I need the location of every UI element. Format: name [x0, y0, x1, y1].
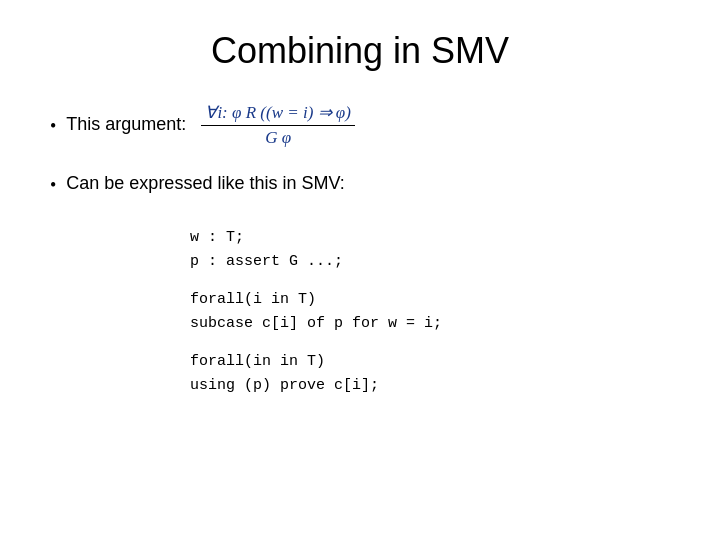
bullet-item-1: • This argument: ∀i: φ R ((w = i) ⇒ φ) G…: [50, 102, 670, 148]
fraction-denominator: G φ: [265, 126, 291, 148]
bullet-1-dot: •: [50, 116, 56, 137]
code-section-1: w : T; p : assert G ...;: [190, 226, 670, 274]
code-line-using: using (p) prove c[i];: [190, 374, 670, 398]
bullet-2-dot: •: [50, 175, 56, 196]
slide: Combining in SMV • This argument: ∀i: φ …: [0, 0, 720, 540]
code-line-p: p : assert G ...;: [190, 250, 670, 274]
code-section-3: forall(in in T) using (p) prove c[i];: [190, 350, 670, 398]
code-line-subcase: subcase c[i] of p for w = i;: [190, 312, 670, 336]
code-line-forall1: forall(i in T): [190, 288, 670, 312]
code-line-w: w : T;: [190, 226, 670, 250]
slide-title: Combining in SMV: [50, 30, 670, 72]
bullet-2-label: Can be expressed like this in SMV:: [66, 173, 344, 194]
bullet-item-2: • Can be expressed like this in SMV:: [50, 173, 670, 196]
argument-fraction: ∀i: φ R ((w = i) ⇒ φ) G φ: [201, 102, 355, 148]
code-block: w : T; p : assert G ...; forall(i in T) …: [190, 226, 670, 412]
code-line-forall2: forall(in in T): [190, 350, 670, 374]
fraction-numerator: ∀i: φ R ((w = i) ⇒ φ): [201, 102, 355, 126]
code-section-2: forall(i in T) subcase c[i] of p for w =…: [190, 288, 670, 336]
bullet-1-label: This argument: ∀i: φ R ((w = i) ⇒ φ) G φ: [66, 102, 355, 148]
